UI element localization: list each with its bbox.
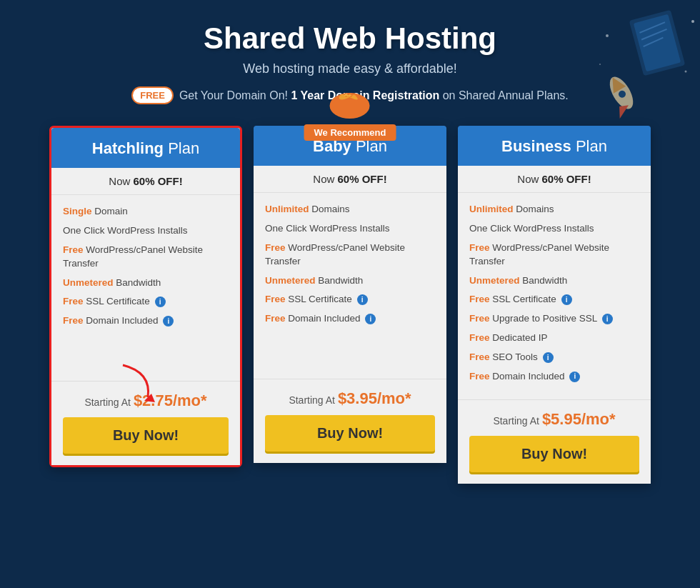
feature-bandwidth: Unmetered Bandwidth: [469, 274, 639, 288]
feature-domain: Free Domain Included i: [469, 370, 639, 384]
domain-info-icon[interactable]: i: [365, 314, 376, 324]
baby-card-footer: Starting At $3.95/mo* Buy Now!: [254, 379, 446, 463]
recommend-label-text: We Recommend: [304, 124, 396, 141]
baby-buy-button[interactable]: Buy Now!: [265, 415, 435, 452]
business-plan-card: Business Plan Now 60% OFF! Unlimited Dom…: [458, 126, 651, 484]
feature-ssl: Free SSL Certificate i: [63, 295, 229, 309]
business-card-header: Business Plan: [458, 126, 651, 166]
business-price: $5.95/mo*: [542, 410, 616, 428]
feature-transfer: Free WordPress/cPanel Website Transfer: [265, 241, 435, 269]
domain-info-icon[interactable]: i: [569, 372, 580, 382]
feature-wordpress-installs: One Click WordPress Installs: [265, 222, 435, 236]
red-arrow-annotation: [116, 358, 166, 408]
business-card-footer: Starting At $5.95/mo* Buy Now!: [458, 399, 651, 484]
feature-bandwidth: Unmetered Bandwidth: [265, 274, 435, 288]
hatchling-plan-card: Hatchling Plan Now 60% OFF! Single Domai…: [49, 126, 242, 467]
feature-seo-tools: Free SEO Tools i: [469, 351, 639, 364]
page-wrapper: Shared Web Hosting Web hosting made easy…: [0, 0, 700, 505]
feature-ssl: Free SSL Certificate i: [265, 293, 435, 307]
feature-wordpress-installs: One Click WordPress Installs: [63, 224, 229, 238]
page-title: Shared Web Hosting: [14, 21, 686, 56]
business-features: Unlimited Domains One Click WordPress In…: [458, 193, 651, 399]
business-starting-at: Starting At $5.95/mo*: [469, 410, 639, 429]
hatchling-features: Single Domain One Click WordPress Instal…: [51, 195, 240, 381]
feature-wordpress-installs: One Click WordPress Installs: [469, 222, 639, 236]
baby-discount: Now 60% OFF!: [254, 166, 446, 193]
feature-domain: Free Domain Included i: [265, 312, 435, 326]
free-badge: FREE: [131, 86, 174, 104]
feature-single-domain: Single Domain: [63, 205, 229, 219]
recommend-badge: We Recommend: [304, 91, 396, 141]
hatchling-buy-button[interactable]: Buy Now!: [63, 417, 229, 454]
business-buy-button[interactable]: Buy Now!: [469, 436, 639, 472]
positive-ssl-info-icon[interactable]: i: [602, 314, 613, 324]
baby-price: $3.95/mo*: [338, 389, 411, 407]
hatchling-discount: Now 60% OFF!: [51, 168, 240, 195]
ssl-info-icon[interactable]: i: [561, 294, 572, 305]
business-discount: Now 60% OFF!: [458, 166, 651, 193]
feature-unlimited-domains: Unlimited Domains: [469, 203, 639, 216]
baby-starting-at: Starting At $3.95/mo*: [265, 389, 435, 408]
feature-bandwidth: Unmetered Bandwidth: [63, 276, 229, 290]
hatchling-card-header: Hatchling Plan: [51, 128, 240, 168]
feature-transfer: Free WordPress/cPanel Website Transfer: [469, 241, 639, 269]
baby-features: Unlimited Domains One Click WordPress In…: [254, 193, 446, 379]
ssl-info-icon[interactable]: i: [155, 297, 166, 307]
hatchling-plan-name: Hatchling Plan: [92, 139, 199, 157]
seo-info-icon[interactable]: i: [543, 352, 554, 363]
business-plan-name: Business Plan: [501, 137, 607, 155]
pricing-cards-container: Hatchling Plan Now 60% OFF! Single Domai…: [0, 119, 700, 505]
feature-domain: Free Domain Included i: [63, 314, 229, 328]
hero-subtitle: Web hosting made easy & affordable!: [14, 61, 686, 76]
baby-plan-card: We Recommend Baby Plan Now 60% OFF! Unli…: [254, 126, 446, 463]
domain-info-icon[interactable]: i: [163, 316, 174, 327]
feature-ssl: Free SSL Certificate i: [469, 293, 639, 307]
feature-dedicated-ip: Free Dedicated IP: [469, 332, 639, 345]
feature-positive-ssl: Free Upgrade to Positive SSL i: [469, 312, 639, 326]
feature-transfer: Free WordPress/cPanel Website Transfer: [63, 244, 229, 271]
svg-marker-13: [144, 394, 155, 402]
ssl-info-icon[interactable]: i: [357, 294, 368, 305]
feature-unlimited-domains: Unlimited Domains: [265, 203, 435, 216]
flame-icon: [329, 91, 371, 120]
